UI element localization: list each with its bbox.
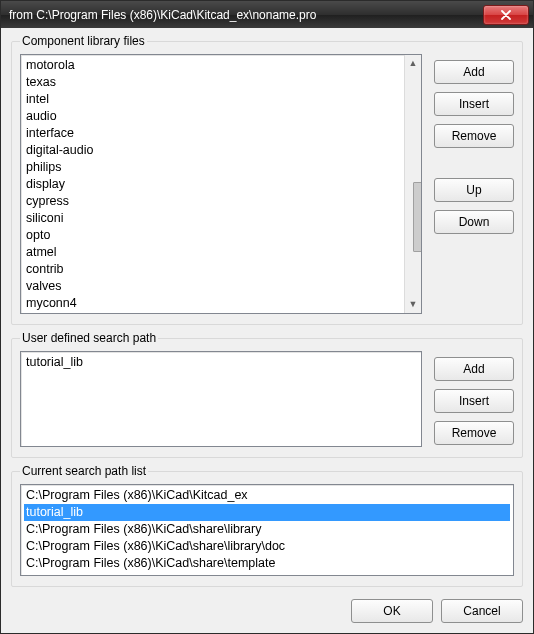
list-item[interactable]: tutorial_lib	[24, 504, 510, 521]
close-icon	[501, 10, 511, 20]
component-buttons: Add Insert Remove Up Down	[434, 54, 514, 234]
list-item[interactable]: opto	[24, 227, 418, 244]
list-item[interactable]: philips	[24, 159, 418, 176]
footer-buttons: OK Cancel	[11, 593, 523, 623]
user-search-group: User defined search path tutorial_lib Ad…	[11, 331, 523, 458]
dialog-window: from C:\Program Files (x86)\KiCad\Kitcad…	[0, 0, 534, 634]
cancel-button[interactable]: Cancel	[441, 599, 523, 623]
scroll-thumb[interactable]	[413, 182, 422, 252]
window-title: from C:\Program Files (x86)\KiCad\Kitcad…	[9, 8, 483, 22]
user-search-listbox[interactable]: tutorial_lib	[20, 351, 422, 447]
insert-button[interactable]: Insert	[434, 92, 514, 116]
list-item[interactable]: C:\Program Files (x86)\KiCad\Kitcad_ex	[24, 487, 510, 504]
list-item[interactable]: texas	[24, 74, 418, 91]
scroll-down-icon[interactable]: ▼	[405, 296, 422, 313]
list-item[interactable]: contrib	[24, 261, 418, 278]
titlebar: from C:\Program Files (x86)\KiCad\Kitcad…	[1, 1, 533, 28]
list-item[interactable]: tutorial_lib	[24, 354, 418, 371]
close-button[interactable]	[483, 5, 529, 25]
down-button[interactable]: Down	[434, 210, 514, 234]
list-item[interactable]: interface	[24, 125, 418, 142]
list-item[interactable]: C:\Program Files (x86)\KiCad\share\libra…	[24, 538, 510, 555]
list-item[interactable]: audio	[24, 108, 418, 125]
remove-button[interactable]: Remove	[434, 124, 514, 148]
list-item[interactable]: myconn4	[24, 295, 418, 312]
list-item[interactable]: atmel	[24, 244, 418, 261]
add-button[interactable]: Add	[434, 60, 514, 84]
insert-button[interactable]: Insert	[434, 389, 514, 413]
up-button[interactable]: Up	[434, 178, 514, 202]
current-path-listbox[interactable]: C:\Program Files (x86)\KiCad\Kitcad_extu…	[20, 484, 514, 576]
list-item[interactable]: cypress	[24, 193, 418, 210]
current-path-group: Current search path list C:\Program File…	[11, 464, 523, 587]
component-library-group: Component library files motorolatexasint…	[11, 34, 523, 325]
client-area: Component library files motorolatexasint…	[1, 28, 533, 633]
component-library-listbox[interactable]: motorolatexasintelaudiointerfacedigital-…	[20, 54, 422, 314]
scrollbar[interactable]: ▲ ▼	[404, 55, 421, 313]
list-item[interactable]: siliconi	[24, 210, 418, 227]
current-path-legend: Current search path list	[20, 464, 148, 478]
user-search-buttons: Add Insert Remove	[434, 351, 514, 445]
component-library-legend: Component library files	[20, 34, 147, 48]
remove-button[interactable]: Remove	[434, 421, 514, 445]
scroll-up-icon[interactable]: ▲	[405, 55, 422, 72]
list-item[interactable]: valves	[24, 278, 418, 295]
user-search-legend: User defined search path	[20, 331, 158, 345]
add-button[interactable]: Add	[434, 357, 514, 381]
list-item[interactable]: digital-audio	[24, 142, 418, 159]
list-item[interactable]: C:\Program Files (x86)\KiCad\share\libra…	[24, 521, 510, 538]
ok-button[interactable]: OK	[351, 599, 433, 623]
list-item[interactable]: display	[24, 176, 418, 193]
list-item[interactable]: C:\Program Files (x86)\KiCad\share\templ…	[24, 555, 510, 572]
list-item[interactable]: intel	[24, 91, 418, 108]
list-item[interactable]: motorola	[24, 57, 418, 74]
